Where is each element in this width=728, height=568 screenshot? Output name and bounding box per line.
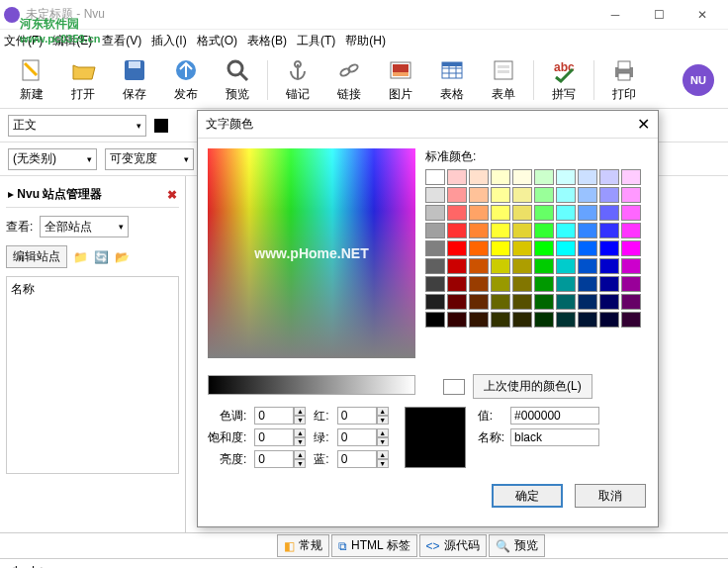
sat-input[interactable]: ▲▼ [254,428,306,446]
maximize-button[interactable]: ☐ [637,1,681,29]
tab-normal[interactable]: ◧常规 [277,534,329,557]
color-swatch[interactable] [599,169,619,185]
color-swatch[interactable] [425,223,445,238]
color-swatch[interactable] [556,276,576,292]
color-swatch[interactable] [534,258,554,274]
color-swatch[interactable] [469,294,489,310]
color-swatch[interactable] [512,223,532,238]
color-swatch[interactable] [621,276,641,292]
color-swatch[interactable] [447,187,467,203]
tab-preview[interactable]: 🔍预览 [489,534,545,557]
color-swatch[interactable] [578,205,597,221]
color-swatch[interactable] [512,205,532,221]
new-button[interactable]: 新建 [6,56,57,103]
color-swatch[interactable] [621,258,641,274]
red-input[interactable]: ▲▼ [337,407,389,425]
color-swatch[interactable] [556,258,576,274]
color-swatch[interactable] [599,312,619,328]
new-folder-icon[interactable]: 📁 [73,250,88,264]
color-swatch[interactable] [578,240,597,256]
color-swatch[interactable] [534,187,554,203]
color-swatch[interactable] [425,294,445,310]
color-swatch[interactable] [621,187,641,203]
color-swatch[interactable] [447,169,467,185]
color-swatch[interactable] [556,312,576,328]
color-swatch[interactable] [469,276,489,292]
tab-html-tags[interactable]: ⧉HTML 标签 [331,534,417,557]
color-swatch[interactable] [621,240,641,256]
color-swatch[interactable] [578,276,597,292]
class-select[interactable]: (无类别)▾ [8,148,97,170]
color-swatch[interactable] [578,258,597,274]
lit-input[interactable]: ▲▼ [254,450,306,468]
color-swatch[interactable] [599,240,619,256]
color-swatch[interactable] [425,205,445,221]
color-swatch[interactable] [599,294,619,310]
color-swatch[interactable] [512,169,532,185]
menu-tools[interactable]: 工具(T) [297,33,335,49]
color-swatch[interactable] [556,294,576,310]
color-swatch[interactable] [534,294,554,310]
color-swatch[interactable] [491,205,510,221]
menu-edit[interactable]: 编辑(E) [52,33,92,49]
color-swatch[interactable] [578,223,597,238]
color-swatch[interactable] [599,187,619,203]
preview-button[interactable]: 预览 [212,56,263,103]
color-swatch[interactable] [491,240,510,256]
minimize-button[interactable]: ─ [593,1,637,29]
color-swatch[interactable] [491,258,510,274]
color-swatch[interactable] [621,169,641,185]
color-swatch[interactable] [447,223,467,238]
color-swatch[interactable] [621,223,641,238]
color-swatch[interactable] [425,258,445,274]
color-swatch[interactable] [512,240,532,256]
blue-input[interactable]: ▲▼ [337,450,389,468]
menu-view[interactable]: 查看(V) [102,33,141,49]
tab-source[interactable]: <>源代码 [419,534,487,557]
color-swatch[interactable] [469,312,489,328]
image-button[interactable]: 图片 [375,56,426,103]
open-button[interactable]: 打开 [57,56,109,103]
color-swatch[interactable] [491,276,510,292]
close-panel-icon[interactable]: ✖ [167,188,177,202]
color-swatch[interactable] [447,312,467,328]
publish-button[interactable]: 发布 [160,56,212,103]
menu-file[interactable]: 文件(F) [4,33,43,49]
color-swatch[interactable] [491,294,510,310]
color-swatch[interactable] [599,258,619,274]
color-swatch[interactable] [556,205,576,221]
color-swatch[interactable] [534,223,554,238]
link-button[interactable]: 链接 [323,56,375,103]
color-swatch[interactable] [599,276,619,292]
color-swatch[interactable] [491,169,510,185]
lightness-gradient[interactable] [208,375,415,395]
color-swatch[interactable] [556,223,576,238]
hue-input[interactable]: ▲▼ [254,407,306,425]
form-button[interactable]: 表单 [478,56,529,103]
color-swatch[interactable] [512,187,532,203]
color-swatch[interactable] [556,240,576,256]
color-swatch[interactable] [425,312,445,328]
hex-input[interactable] [510,407,599,425]
table-button[interactable]: 表格 [426,56,478,103]
color-swatch[interactable] [578,294,597,310]
color-swatch[interactable] [469,258,489,274]
color-swatch[interactable] [534,240,554,256]
color-swatch[interactable] [491,223,510,238]
site-tree[interactable]: 名称 [6,276,179,474]
width-select[interactable]: 可变宽度▾ [105,148,194,170]
text-color-well[interactable] [154,119,168,133]
color-swatch[interactable] [578,187,597,203]
menu-format[interactable]: 格式(O) [197,33,237,49]
green-input[interactable]: ▲▼ [337,428,389,446]
color-swatch[interactable] [425,276,445,292]
ok-button[interactable]: 确定 [492,484,563,508]
color-swatch[interactable] [447,240,467,256]
color-swatch[interactable] [621,294,641,310]
color-swatch[interactable] [447,276,467,292]
last-used-color-button[interactable]: 上次使用的颜色(L) [473,374,592,399]
color-swatch[interactable] [534,276,554,292]
color-swatch[interactable] [534,169,554,185]
color-swatch[interactable] [447,205,467,221]
color-swatch[interactable] [469,205,489,221]
